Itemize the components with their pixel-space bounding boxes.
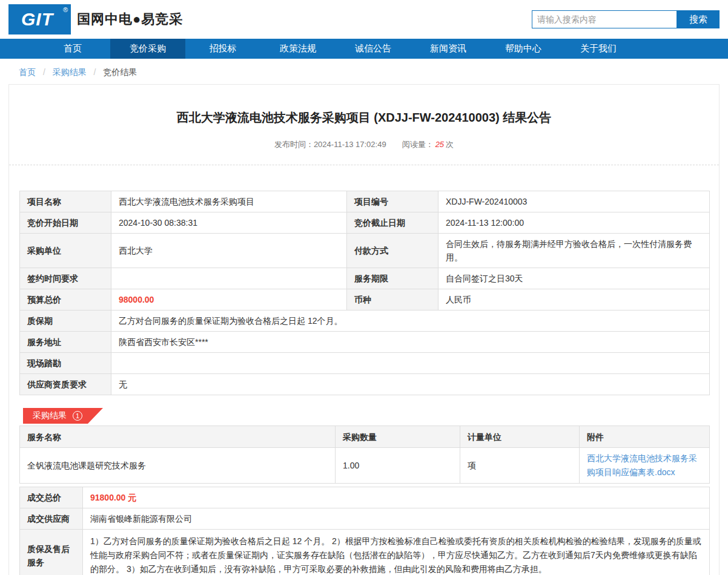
table-row: 竞价开始日期 2024-10-30 08:38:31 竞价截止日期 2024-1… <box>20 212 710 234</box>
search-button[interactable]: 搜索 <box>677 10 720 28</box>
registered-trademark-icon: ® <box>63 6 68 13</box>
field-value: 合同生效后，待服务期满并经甲方验收合格后，一次性付清服务费用。 <box>438 234 710 268</box>
field-value <box>111 353 710 374</box>
field-label: 供应商资质要求 <box>20 374 111 395</box>
field-value: 2024-10-30 08:38:31 <box>111 212 347 234</box>
main-nav: 首页 竞价采购 招投标 政策法规 诚信公告 新闻资讯 帮助中心 关于我们 <box>0 39 728 59</box>
nav-item-news[interactable]: 新闻资讯 <box>411 39 486 59</box>
page-title: 西北大学液流电池技术服务采购项目 (XDJJ-FW-202410003) 结果公… <box>9 109 719 126</box>
table-row: 现场踏勘 <box>20 353 710 374</box>
service-name: 全钒液流电池课题研究技术服务 <box>20 448 336 484</box>
field-label: 付款方式 <box>347 234 438 268</box>
nav-item-help[interactable]: 帮助中心 <box>486 39 561 59</box>
top-header: GIT ® 国网中电●易竞采 搜索 <box>0 0 728 39</box>
breadcrumb-current: 竞价结果 <box>103 67 137 77</box>
result-count-badge: 1 <box>73 411 82 421</box>
award-summary-table: 成交总价 91800.00 元 成交供应商 湖南省银峰新能源有限公司 质保及售后… <box>19 487 710 575</box>
field-label: 竞价截止日期 <box>347 212 438 234</box>
field-value: 乙方对合同服务的质量保证期为验收合格后之日起 12个月。 <box>111 310 710 332</box>
field-label: 现场踏勘 <box>20 353 111 374</box>
field-value: 西北大学液流电池技术服务采购项目 <box>111 191 347 212</box>
field-value <box>111 268 347 289</box>
column-header: 计量单位 <box>460 426 580 448</box>
site-logo[interactable]: GIT ® <box>8 4 71 34</box>
table-row: 成交供应商 湖南省银峰新能源有限公司 <box>20 508 710 530</box>
field-label: 签约时间要求 <box>20 268 111 289</box>
purchase-quantity: 1.00 <box>336 448 460 484</box>
nav-item-integrity[interactable]: 诚信公告 <box>336 39 411 59</box>
search-bar: 搜索 <box>532 10 720 28</box>
field-label: 预算总价 <box>20 289 111 310</box>
publish-time-value: 2024-11-13 17:02:49 <box>314 140 386 149</box>
field-label: 项目编号 <box>347 191 438 212</box>
field-value: XDJJ-FW-202410003 <box>438 191 710 212</box>
attachment-link[interactable]: 西北大学液流电池技术服务采购项目响应偏离表.docx <box>587 452 702 479</box>
warranty-after-sales-text: 1）乙方对合同服务的质量保证期为验收合格后之日起 12 个月。 2）根据甲方按检… <box>83 530 710 575</box>
field-value: 人民币 <box>438 289 710 310</box>
field-label: 项目名称 <box>20 191 111 212</box>
nav-item-bidding-purchase[interactable]: 竞价采购 <box>110 39 185 59</box>
procurement-result-ribbon: 采购结果 1 <box>23 408 103 424</box>
field-label: 质保及售后服务 <box>20 530 83 575</box>
table-row: 采购单位 西北大学 付款方式 合同生效后，待服务期满并经甲方验收合格后，一次性付… <box>20 234 710 268</box>
field-label: 服务期限 <box>347 268 438 289</box>
ribbon-label: 采购结果 <box>33 410 67 421</box>
column-header: 附件 <box>580 426 710 448</box>
site-name: 国网中电●易竞采 <box>77 10 183 28</box>
publish-time-label: 发布时间： <box>274 140 314 149</box>
breadcrumb-purchase-results-link[interactable]: 采购结果 <box>53 67 87 77</box>
field-value: 2024-11-13 12:00:00 <box>438 212 710 234</box>
table-row: 服务地址 陕西省西安市长安区**** <box>20 332 710 353</box>
table-row: 全钒液流电池课题研究技术服务 1.00 项 西北大学液流电池技术服务采购项目响应… <box>20 448 710 484</box>
table-row: 供应商资质要求 无 <box>20 374 710 395</box>
nav-item-policy[interactable]: 政策法规 <box>260 39 336 59</box>
field-value: 西北大学 <box>111 234 347 268</box>
field-label: 采购单位 <box>20 234 111 268</box>
field-label: 质保期 <box>20 310 111 332</box>
field-label: 成交供应商 <box>20 508 83 530</box>
announcement-card: 西北大学液流电池技术服务采购项目 (XDJJ-FW-202410003) 结果公… <box>8 84 720 575</box>
nav-item-tender[interactable]: 招投标 <box>185 39 260 59</box>
award-total-price: 91800.00 元 <box>83 487 710 508</box>
table-header-row: 服务名称 采购数量 计量单位 附件 <box>20 426 710 448</box>
field-label: 服务地址 <box>20 332 111 353</box>
views-unit: 次 <box>446 140 454 149</box>
result-items-table: 服务名称 采购数量 计量单位 附件 全钒液流电池课题研究技术服务 1.00 项 … <box>19 426 710 484</box>
field-label: 竞价开始日期 <box>20 212 111 234</box>
field-value: 自合同签订之日30天 <box>438 268 710 289</box>
search-input[interactable] <box>532 10 677 28</box>
logo-text: GIT <box>21 9 53 30</box>
award-supplier: 湖南省银峰新能源有限公司 <box>83 508 710 530</box>
breadcrumb-separator: / <box>43 67 45 77</box>
column-header: 采购数量 <box>336 426 460 448</box>
table-row: 成交总价 91800.00 元 <box>20 487 710 508</box>
breadcrumb: 首页 / 采购结果 / 竞价结果 <box>0 59 728 84</box>
table-row: 预算总价 98000.00 币种 人民币 <box>20 289 710 310</box>
budget-total-price: 98000.00 <box>111 289 347 310</box>
article-meta: 发布时间：2024-11-13 17:02:49阅读量：25次 <box>9 139 719 150</box>
breadcrumb-home-link[interactable]: 首页 <box>19 67 36 77</box>
table-row: 质保及售后服务 1）乙方对合同服务的质量保证期为验收合格后之日起 12 个月。 … <box>20 530 710 575</box>
divider <box>9 165 719 165</box>
field-label: 成交总价 <box>20 487 83 508</box>
project-info-table: 项目名称 西北大学液流电池技术服务采购项目 项目编号 XDJJ-FW-20241… <box>19 191 710 395</box>
views-count: 25 <box>435 140 444 149</box>
table-row: 项目名称 西北大学液流电池技术服务采购项目 项目编号 XDJJ-FW-20241… <box>20 191 710 212</box>
table-row: 签约时间要求 服务期限 自合同签订之日30天 <box>20 268 710 289</box>
views-label: 阅读量： <box>402 140 434 149</box>
field-value: 无 <box>111 374 710 395</box>
column-header: 服务名称 <box>20 426 336 448</box>
table-row: 质保期 乙方对合同服务的质量保证期为验收合格后之日起 12个月。 <box>20 310 710 332</box>
field-value: 陕西省西安市长安区**** <box>111 332 710 353</box>
field-label: 币种 <box>347 289 438 310</box>
nav-item-home[interactable]: 首页 <box>35 39 110 59</box>
measure-unit: 项 <box>460 448 580 484</box>
nav-item-about[interactable]: 关于我们 <box>561 39 636 59</box>
breadcrumb-separator: / <box>94 67 96 77</box>
